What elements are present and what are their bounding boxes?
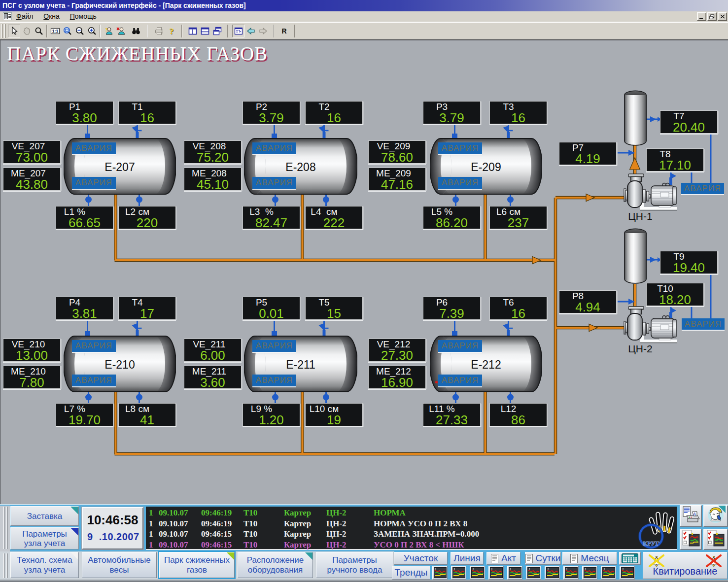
toolbar-back-icon[interactable]	[244, 25, 257, 37]
alarm-log-row[interactable]: 109.10.0709:46:15T10КартерЦН-2ЗАМЕНА ЗНА…	[146, 529, 677, 540]
trend-mini-button-6[interactable]	[526, 566, 541, 580]
log-message: НОРМА	[374, 508, 406, 518]
trend-mini-button-5[interactable]	[507, 566, 522, 580]
display-p8: P84.94	[559, 290, 617, 313]
tank-e-208: Е-208 АВАРИЯ АВАРИЯ	[244, 138, 357, 195]
tank-e-207-alarm-bottom: АВАРИЯ	[72, 177, 116, 189]
display-t9-value: 19.40	[660, 262, 717, 274]
toolbar-grip[interactable]	[1, 24, 3, 38]
trends-button[interactable]: Тренды	[392, 566, 430, 580]
toolbar-separator	[100, 25, 101, 37]
tank-e-207-alarm-top: АВАРИЯ	[72, 142, 116, 154]
trend-mini-button-11[interactable]	[620, 566, 635, 580]
log-time: 09:46:19	[201, 508, 232, 518]
toolbar-split-horizontal-icon[interactable]	[199, 25, 211, 37]
toolbar-split-vertical-icon[interactable]	[186, 25, 199, 37]
toolbar-zoom-actual-1-1-icon[interactable]: 1:1	[49, 25, 61, 37]
report-akt-button[interactable]: Акт	[486, 552, 520, 565]
log-time: 09:46:15	[201, 529, 232, 540]
toolbar-separator	[46, 25, 47, 37]
toolbar-help-question-icon[interactable]: ?	[165, 25, 177, 37]
minimize-button[interactable]	[697, 12, 706, 21]
log-unit: ЦН-2	[326, 529, 347, 540]
report-mesyac-button[interactable]: Месяц	[562, 552, 617, 565]
trend-mini-button-1[interactable]	[432, 566, 448, 580]
display-me-208-value: 45.10	[184, 178, 241, 191]
toolbar-refresh-r-button[interactable]: R	[278, 25, 290, 37]
display-t2-label: T2	[296, 102, 352, 112]
trend-chart-icon	[434, 567, 447, 578]
menu-windows[interactable]: Окна	[41, 11, 62, 22]
report-sutki-button[interactable]: Сутки	[525, 552, 561, 565]
panel-left-strip	[0, 506, 10, 551]
toolbar-user-remove-icon[interactable]	[114, 25, 127, 37]
clock-time: 10:46:58	[83, 513, 142, 528]
nav-page-lpg-park[interactable]: Парк сжиженных газов	[159, 552, 235, 578]
report-liniya-button[interactable]: Линия	[451, 552, 484, 565]
display-ve-212: VE_21227.30	[368, 339, 426, 362]
toolbar-find-binoculars-icon[interactable]	[130, 25, 142, 37]
display-me-207: ME_20743.80	[3, 168, 61, 191]
toolbar-forward-icon[interactable]	[257, 25, 269, 37]
toolbar-zoom-in-icon[interactable]	[86, 25, 98, 37]
button-zastavka[interactable]: Заставка	[10, 506, 79, 526]
display-l4-value: 222	[306, 217, 362, 229]
calculator-button[interactable]	[619, 552, 641, 565]
toolbar-zoom-out-icon[interactable]	[73, 25, 86, 37]
restore-button[interactable]	[707, 12, 717, 21]
display-ve-208: VE_20875.20	[184, 140, 242, 164]
trend-mini-button-8[interactable]	[563, 566, 579, 580]
trend-mini-button-7[interactable]	[545, 566, 560, 580]
toolbar-grip2[interactable]	[4, 24, 6, 38]
trend-mini-button-2[interactable]	[451, 566, 466, 580]
display-l7-label: L7 %	[46, 404, 103, 414]
alarm-log-row[interactable]: 109.10.0709:46:15T10КартерЦН-2УСО 0 П 2 …	[146, 540, 677, 550]
nav-page-tech-schema[interactable]: Технол. схема узла учета	[10, 552, 79, 578]
display-p6: P67.39	[423, 297, 481, 320]
display-me-207-value: 43.80	[3, 178, 60, 191]
nav-grip[interactable]	[6, 553, 8, 578]
nav-page-equipment-layout[interactable]: Расположение оборудования	[238, 552, 313, 578]
trend-mini-button-4[interactable]	[488, 566, 504, 580]
toolbar-window-list-icon[interactable]	[232, 25, 244, 37]
separator-vessel-cn-2	[624, 228, 647, 286]
menu-file[interactable]: Файл	[14, 11, 35, 22]
display-l1-value: 66.65	[56, 217, 113, 229]
trend-mini-button-9[interactable]	[582, 566, 597, 580]
toolbar-zoom-window-icon[interactable]	[61, 25, 73, 37]
alarm-log-row[interactable]: 109.10.0709:46:19T10КартерЦН-2НОРМА	[146, 508, 677, 518]
display-t10: T1018.20	[646, 283, 704, 306]
nav-page-truck-scales[interactable]: Автомобильные весы	[82, 552, 157, 578]
panel-grip[interactable]	[3, 507, 5, 549]
close-button[interactable]	[718, 12, 727, 21]
display-ve-212-value: 27.30	[369, 349, 425, 362]
trend-report-1-button[interactable]	[680, 529, 702, 550]
separator-vessel-cn-1	[624, 90, 647, 148]
acknowledge-button[interactable]: Квитирование	[643, 552, 728, 579]
report-uchastok-button[interactable]: Участок	[394, 552, 448, 565]
report-print-button[interactable]: A	[680, 505, 702, 527]
display-l9: L9 %1.20	[243, 403, 300, 426]
toolbar-select-cursor-icon[interactable]	[8, 25, 20, 37]
toolbar-zoom-lens-icon[interactable]	[33, 25, 45, 37]
button-uzel-params[interactable]: Параметрыузла учета	[10, 527, 79, 549]
toolbar-pan-hand-icon[interactable]	[20, 25, 33, 37]
toolbar-user-query-icon[interactable]: ?	[102, 25, 114, 37]
alarm-log: 109.10.0709:46:19T10КартерЦН-2НОРМА 109.…	[146, 507, 677, 550]
trend-mini-button-3[interactable]	[470, 566, 485, 580]
tank-e-209: Е-209 АВАРИЯ АВАРИЯ	[430, 138, 542, 195]
display-ve-210-value: 13.00	[3, 349, 60, 362]
panel-grip[interactable]	[6, 507, 8, 549]
log-date: 09.10.07	[159, 529, 188, 540]
clock-date: 9 .10.2007	[83, 531, 142, 543]
menu-help[interactable]: Помощь	[68, 11, 99, 22]
toolbar-print-icon[interactable]	[153, 25, 165, 37]
operator-button[interactable]	[703, 505, 728, 527]
trend-report-2-button[interactable]	[703, 529, 728, 550]
nav-grip[interactable]	[3, 553, 5, 578]
toolbar-cascade-windows-icon[interactable]	[211, 25, 223, 37]
alarm-log-row[interactable]: 109.10.0709:46:19T10КартерЦН-2НОРМА УСО …	[146, 518, 677, 529]
corner-marker	[227, 552, 234, 560]
trend-mini-button-10[interactable]	[601, 566, 616, 580]
nav-page-manual-input[interactable]: Параметры ручного ввода	[316, 552, 393, 578]
